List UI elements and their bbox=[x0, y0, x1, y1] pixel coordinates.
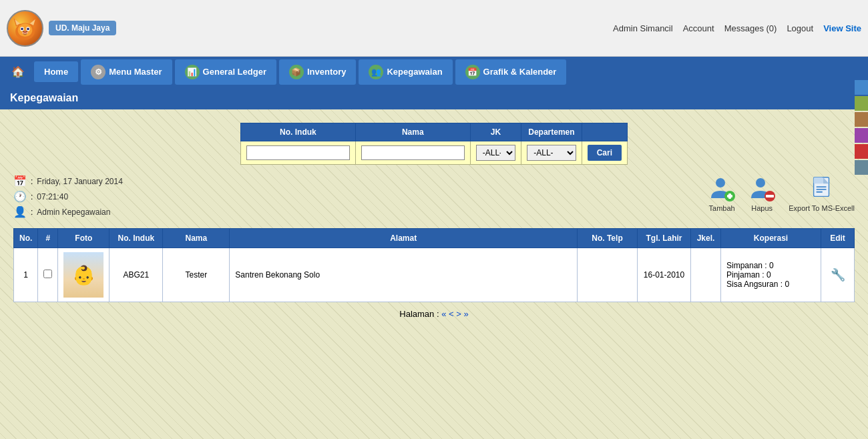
nav-item-home[interactable]: Home bbox=[34, 61, 78, 82]
edit-icon[interactable]: 🔧 bbox=[831, 268, 845, 282]
col-no-telp: No. Telp bbox=[578, 229, 638, 248]
cari-button[interactable]: Cari bbox=[588, 145, 622, 161]
no-induk-input[interactable] bbox=[246, 145, 350, 160]
svg-rect-24 bbox=[816, 186, 826, 187]
gear-icon: ⚙ bbox=[91, 65, 105, 79]
col-foto: Foto bbox=[58, 229, 110, 248]
col-edit: Edit bbox=[821, 229, 855, 248]
logo-icon bbox=[7, 10, 43, 47]
employee-photo: 👶 bbox=[63, 252, 103, 298]
export-label: Export To MS-Excell bbox=[789, 204, 855, 212]
cell-foto: 👶 bbox=[58, 248, 110, 302]
pagination-next[interactable]: > bbox=[456, 309, 461, 319]
logo-area: UD. Maju Jaya bbox=[7, 10, 116, 47]
svg-rect-26 bbox=[816, 191, 823, 193]
koperasi-angsuran: Sisa Angsuran : 0 bbox=[726, 280, 815, 289]
messages-link[interactable]: Messages (0) bbox=[724, 23, 777, 33]
col-tgl-lahir: Tgl. Lahir bbox=[638, 229, 691, 248]
pagination-prev[interactable]: < bbox=[449, 309, 454, 319]
tambah-icon bbox=[708, 175, 735, 201]
hapus-icon bbox=[748, 175, 775, 201]
info-left: 📅 : Friday, 17 January 2014 🕐 : 07:21:40… bbox=[13, 175, 123, 218]
koperasi-simpanan: Simpanan : 0 bbox=[726, 261, 815, 270]
view-site-link[interactable]: View Site bbox=[823, 23, 861, 33]
svg-point-8 bbox=[21, 27, 23, 30]
info-row: 📅 : Friday, 17 January 2014 🕐 : 07:21:40… bbox=[13, 175, 855, 218]
export-button[interactable]: Export To MS-Excell bbox=[789, 175, 855, 212]
filter-form: No. Induk Nama JK Departemen -ALL- -AL bbox=[240, 123, 628, 165]
date-separator: : bbox=[31, 177, 33, 186]
inventory-label: Inventory bbox=[307, 67, 347, 77]
site-name: UD. Maju Jaya bbox=[49, 21, 116, 35]
nav-item-general-ledger[interactable]: 📊 General Ledger bbox=[175, 59, 276, 85]
col-alamat: Alamat bbox=[230, 229, 578, 248]
date-text: Friday, 17 January 2014 bbox=[37, 177, 123, 186]
nav-item-kepegawaian[interactable]: 👥 Kepegawaian bbox=[359, 59, 452, 85]
user-text: Admin Kepegawaian bbox=[37, 207, 110, 217]
home-label: Home bbox=[44, 67, 68, 77]
nav-item-grafik[interactable]: 📅 Grafik & Kalender bbox=[455, 59, 567, 85]
hapus-button[interactable]: Hapus bbox=[748, 175, 775, 212]
tambah-button[interactable]: Tambah bbox=[708, 175, 735, 212]
swatch-purple[interactable] bbox=[855, 128, 868, 143]
user-line: 👤 : Admin Kepegawaian bbox=[13, 205, 123, 218]
kepegawaian-icon: 👥 bbox=[369, 65, 383, 79]
pagination: Halaman : « < > » bbox=[13, 309, 855, 319]
logout-link[interactable]: Logout bbox=[787, 23, 813, 33]
swatch-red[interactable] bbox=[855, 144, 868, 159]
svg-rect-25 bbox=[816, 189, 826, 190]
hapus-label: Hapus bbox=[751, 204, 773, 212]
cell-koperasi: Simpanan : 0 Pinjaman : 0 Sisa Angsuran … bbox=[721, 248, 821, 302]
top-header: UD. Maju Jaya Admin Simancil Account Mes… bbox=[0, 0, 868, 57]
kepegawaian-label: Kepegawaian bbox=[387, 67, 442, 77]
time-text: 07:21:40 bbox=[37, 192, 68, 201]
cell-no: 1 bbox=[14, 248, 38, 302]
koperasi-pinjaman: Pinjaman : 0 bbox=[726, 270, 815, 280]
pagination-label: Halaman bbox=[399, 309, 434, 319]
clock-icon: 🕐 bbox=[13, 190, 27, 203]
cell-edit[interactable]: 🔧 bbox=[821, 248, 855, 302]
svg-point-14 bbox=[716, 178, 725, 187]
data-table: No. # Foto No. Induk Nama Alamat No. Tel… bbox=[13, 228, 855, 302]
calendar-icon: 📅 bbox=[13, 175, 27, 187]
account-link[interactable]: Account bbox=[683, 23, 714, 33]
swatch-teal[interactable] bbox=[855, 160, 868, 175]
swatch-blue[interactable] bbox=[855, 80, 868, 95]
cell-no-telp bbox=[578, 248, 638, 302]
svg-rect-22 bbox=[813, 177, 823, 184]
row-checkbox[interactable] bbox=[43, 270, 52, 278]
nav-item-inventory[interactable]: 📦 Inventory bbox=[279, 59, 357, 85]
date-line: 📅 : Friday, 17 January 2014 bbox=[13, 175, 123, 187]
nav-home-button[interactable]: 🏠 bbox=[3, 60, 33, 83]
export-icon bbox=[809, 175, 835, 201]
general-ledger-label: General Ledger bbox=[203, 67, 266, 77]
departemen-select[interactable]: -ALL- bbox=[527, 145, 576, 161]
tambah-label: Tambah bbox=[709, 204, 735, 212]
svg-rect-17 bbox=[728, 193, 731, 199]
pagination-first[interactable]: « bbox=[441, 309, 446, 319]
time-line: 🕐 : 07:21:40 bbox=[13, 190, 123, 203]
nav-bar: 🏠 Home ⚙ Menu Master 📊 General Ledger 📦 … bbox=[0, 57, 868, 87]
col-jkel: Jkel. bbox=[691, 229, 721, 248]
action-buttons: Tambah Hapus bbox=[708, 175, 855, 212]
col-no: No. bbox=[14, 229, 38, 248]
jk-select[interactable]: -ALL- bbox=[476, 145, 516, 161]
swatch-green[interactable] bbox=[855, 96, 868, 111]
pagination-last[interactable]: » bbox=[463, 309, 468, 319]
grafik-label: Grafik & Kalender bbox=[483, 67, 557, 77]
filter-no-induk-header: No. Induk bbox=[241, 123, 356, 141]
page-title: Kepegawaian bbox=[10, 92, 78, 103]
svg-point-13 bbox=[26, 31, 27, 32]
grafik-icon: 📅 bbox=[465, 65, 480, 79]
nama-input[interactable] bbox=[361, 145, 465, 160]
nav-item-menu-master[interactable]: ⚙ Menu Master bbox=[81, 59, 172, 85]
table-row: 1 👶 ABG21 Tester Santren Bekonang Solo 1… bbox=[14, 248, 855, 302]
cell-checkbox[interactable] bbox=[38, 248, 58, 302]
cell-jkel bbox=[691, 248, 721, 302]
col-no-induk: No. Induk bbox=[110, 229, 163, 248]
cell-no-induk: ABG21 bbox=[110, 248, 163, 302]
general-ledger-icon: 📊 bbox=[185, 65, 200, 79]
page-title-bar: Kepegawaian bbox=[0, 87, 868, 109]
filter-jk-header: JK bbox=[470, 123, 521, 141]
swatch-brown[interactable] bbox=[855, 112, 868, 127]
